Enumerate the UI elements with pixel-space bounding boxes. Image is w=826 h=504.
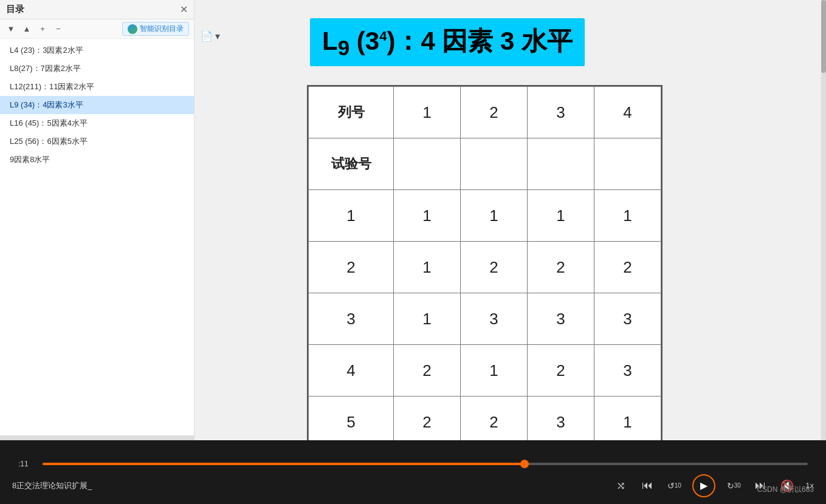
column-label-3: 3 bbox=[528, 87, 594, 138]
toc-item-l4[interactable]: L4 (23)：3因素2水平 bbox=[0, 41, 194, 60]
toc-item-l8[interactable]: L8(27)：7因素2水平 bbox=[0, 60, 194, 78]
cell-r2-c3: 2 bbox=[528, 242, 594, 293]
row-id-3: 3 bbox=[309, 293, 394, 345]
ai-btn-label: 智能识别目录 bbox=[140, 24, 184, 34]
cell-r4-c1: 2 bbox=[394, 345, 461, 397]
data-table: 列号1234试验号1111121222313334212352231623127… bbox=[308, 86, 661, 440]
ai-icon bbox=[128, 24, 137, 34]
expand-up-icon[interactable]: ▲ bbox=[21, 23, 33, 35]
row-id-5: 5 bbox=[309, 397, 394, 441]
play-button[interactable]: ▶ bbox=[692, 474, 715, 497]
row-id-1: 1 bbox=[309, 190, 394, 242]
sidebar-title: 目录 bbox=[6, 4, 24, 15]
cell-r4-c4: 3 bbox=[594, 345, 661, 397]
progress-fill bbox=[43, 463, 525, 465]
expand-down-icon[interactable]: ▼ bbox=[5, 23, 17, 35]
scrollbar-thumb[interactable] bbox=[821, 0, 826, 73]
cell-r2-c4: 2 bbox=[594, 242, 661, 293]
cell-r4-c3: 2 bbox=[528, 345, 594, 397]
cell-r1-c3: 1 bbox=[528, 190, 594, 242]
row-id-2: 2 bbox=[309, 242, 394, 293]
progress-bar-area: :11 bbox=[0, 458, 826, 469]
horizontal-scrollbar[interactable] bbox=[0, 435, 194, 440]
cell-r3-c2: 3 bbox=[461, 293, 528, 345]
vertical-scrollbar[interactable] bbox=[821, 0, 826, 440]
cell-r4-c2: 1 bbox=[461, 345, 528, 397]
header-spacer-3 bbox=[594, 138, 661, 190]
row-id-4: 4 bbox=[309, 345, 394, 397]
sidebar: 目录 ✕ ▼ ▲ + − 智能识别目录 L4 (23)：3因素2水平L8(27)… bbox=[0, 0, 194, 440]
prev-button[interactable]: ⏮ bbox=[639, 477, 656, 494]
ai-recognize-button[interactable]: 智能识别目录 bbox=[122, 22, 189, 36]
table-row: 52231 bbox=[309, 397, 661, 441]
row-header-cell: 试验号 bbox=[309, 138, 394, 190]
table-row: 11111 bbox=[309, 190, 661, 242]
column-label-4: 4 bbox=[594, 87, 661, 138]
progress-thumb[interactable] bbox=[520, 460, 529, 468]
table-row: 31333 bbox=[309, 293, 661, 345]
back10-button[interactable]: ↺ 10 bbox=[666, 477, 683, 494]
cell-r1-c1: 1 bbox=[394, 190, 461, 242]
main-content: 📄 ▾ L9 (34)：4 因素 3 水平 列号1234试验号111112122… bbox=[194, 0, 826, 440]
cell-r5-c3: 3 bbox=[528, 397, 594, 441]
page-title: L9 (34)：4 因素 3 水平 bbox=[322, 27, 573, 55]
cell-r3-c1: 1 bbox=[394, 293, 461, 345]
toc-item-l9b[interactable]: 9因素8水平 bbox=[0, 151, 194, 169]
cell-r5-c1: 2 bbox=[394, 397, 461, 441]
header-spacer-2 bbox=[528, 138, 594, 190]
title-area: L9 (34)：4 因素 3 水平 bbox=[310, 18, 585, 66]
orthogonal-table: 列号1234试验号1111121222313334212352231623127… bbox=[307, 85, 663, 440]
cell-r1-c4: 1 bbox=[594, 190, 661, 242]
cell-r1-c2: 1 bbox=[461, 190, 528, 242]
shuffle-button[interactable]: ⤭ bbox=[612, 477, 629, 494]
col-header-cell: 列号 bbox=[309, 87, 394, 138]
toc-item-l9[interactable]: L9 (34)：4因素3水平 bbox=[0, 96, 194, 114]
bottom-bar: :11 8正交法理论知识扩展_ ⤭ ⏮ ↺ 10 ▶ ↻ 30 ⏭ 🔇 1x C… bbox=[0, 440, 826, 504]
cell-r2-c2: 2 bbox=[461, 242, 528, 293]
header-spacer-1 bbox=[461, 138, 528, 190]
controls-area: 8正交法理论知识扩展_ ⤭ ⏮ ↺ 10 ▶ ↻ 30 ⏭ 🔇 1x bbox=[0, 472, 826, 499]
cell-r5-c4: 1 bbox=[594, 397, 661, 441]
close-icon[interactable]: ✕ bbox=[180, 4, 188, 15]
content-toolbar: 📄 ▾ bbox=[201, 30, 220, 42]
csdn-badge: CSDN @所以683 bbox=[757, 485, 814, 495]
cell-r2-c1: 1 bbox=[394, 242, 461, 293]
header-spacer-0 bbox=[394, 138, 461, 190]
toc-item-l25[interactable]: L25 (56)：6因素5水平 bbox=[0, 132, 194, 151]
dropdown-icon[interactable]: ▾ bbox=[215, 30, 220, 42]
cell-r5-c2: 2 bbox=[461, 397, 528, 441]
video-title: 8正交法理论知识扩展_ bbox=[12, 480, 92, 491]
time-current: :11 bbox=[18, 460, 36, 468]
column-label-2: 2 bbox=[461, 87, 528, 138]
document-icon[interactable]: 📄 bbox=[201, 30, 213, 42]
sidebar-toolbar: ▼ ▲ + − 智能识别目录 bbox=[0, 19, 194, 39]
cell-r3-c3: 3 bbox=[528, 293, 594, 345]
cell-r3-c4: 3 bbox=[594, 293, 661, 345]
sidebar-header: 目录 ✕ bbox=[0, 0, 194, 19]
progress-track[interactable] bbox=[43, 463, 808, 465]
table-row: 21222 bbox=[309, 242, 661, 293]
toc-item-l16[interactable]: L16 (45)：5因素4水平 bbox=[0, 114, 194, 132]
toc-list: L4 (23)：3因素2水平L8(27)：7因素2水平L12(211)：11因素… bbox=[0, 39, 194, 171]
fwd30-button[interactable]: ↻ 30 bbox=[725, 477, 742, 494]
remove-icon[interactable]: − bbox=[52, 23, 64, 35]
add-icon[interactable]: + bbox=[36, 23, 49, 35]
table-row: 42123 bbox=[309, 345, 661, 397]
toc-item-l12[interactable]: L12(211)：11因素2水平 bbox=[0, 78, 194, 96]
column-label-1: 1 bbox=[394, 87, 461, 138]
